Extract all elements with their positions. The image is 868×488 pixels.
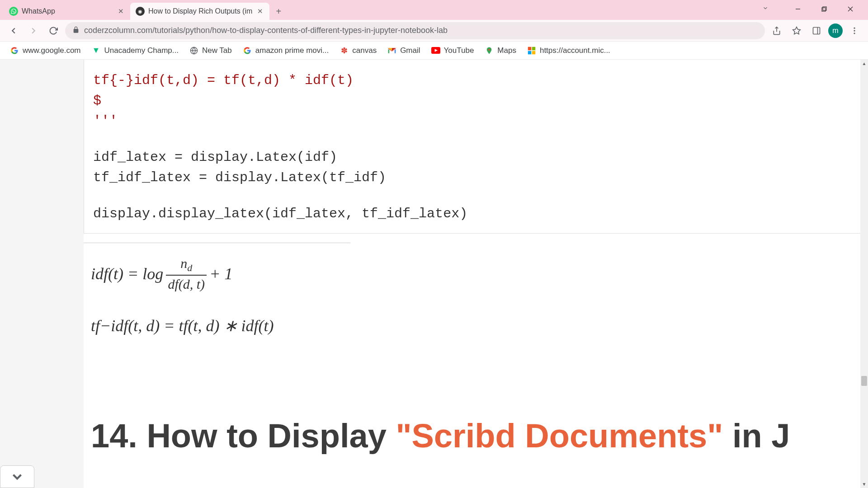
svg-marker-6 bbox=[793, 27, 801, 34]
maps-icon bbox=[485, 46, 494, 55]
globe-icon bbox=[189, 46, 198, 55]
site-icon: ◉ bbox=[136, 7, 145, 16]
profile-avatar[interactable]: m bbox=[828, 23, 843, 38]
svg-point-9 bbox=[854, 27, 855, 28]
browser-toolbar: coderzcolumn.com/tutorials/python/how-to… bbox=[0, 20, 868, 42]
reload-button[interactable] bbox=[45, 23, 61, 39]
page-content: tf{-}idf(t,d) = tf(t,d) * idf(t) $ ''' i… bbox=[0, 60, 868, 488]
maximize-button[interactable] bbox=[814, 2, 835, 16]
scroll-up-icon[interactable]: ▲ bbox=[860, 60, 868, 67]
svg-point-10 bbox=[854, 30, 855, 31]
whatsapp-icon bbox=[9, 7, 18, 16]
gmail-icon bbox=[387, 46, 396, 55]
tab-current-page[interactable]: ◉ How to Display Rich Outputs (im ✕ bbox=[130, 3, 269, 20]
youtube-icon bbox=[431, 46, 440, 55]
tab-strip: WhatsApp ✕ ◉ How to Display Rich Outputs… bbox=[4, 0, 762, 20]
code-line: $ bbox=[93, 91, 859, 111]
new-tab-button[interactable]: + bbox=[271, 4, 286, 19]
tab-title: How to Display Rich Outputs (im bbox=[148, 7, 252, 15]
bookmark-youtube[interactable]: YouTube bbox=[427, 43, 479, 58]
tab-title: WhatsApp bbox=[22, 7, 113, 15]
lock-icon bbox=[72, 26, 80, 35]
side-panel-icon[interactable] bbox=[808, 23, 825, 39]
formula-idf: idf(t) = log nd df(d, t) + 1 bbox=[84, 251, 350, 296]
toolbar-right: m bbox=[769, 23, 863, 39]
microsoft-icon bbox=[527, 46, 536, 55]
bookmark-unacademy[interactable]: ▼ Unacademy Champ... bbox=[87, 43, 183, 58]
minimize-button[interactable] bbox=[788, 2, 808, 16]
svg-rect-16 bbox=[528, 47, 532, 50]
share-icon[interactable] bbox=[769, 23, 785, 39]
svg-rect-1 bbox=[822, 8, 826, 11]
bookmarks-bar: www.google.com ▼ Unacademy Champ... New … bbox=[0, 42, 868, 60]
svg-rect-7 bbox=[813, 27, 820, 34]
expand-chevron-button[interactable] bbox=[0, 465, 34, 488]
bookmark-star-icon[interactable] bbox=[788, 23, 805, 39]
svg-rect-17 bbox=[532, 47, 536, 50]
bookmark-newtab[interactable]: New Tab bbox=[185, 43, 236, 58]
formula-tfidf: tf−idf(t, d) = tf(t, d) ∗ idf(t) bbox=[84, 312, 350, 340]
back-button[interactable] bbox=[5, 23, 22, 39]
code-line: ''' bbox=[93, 111, 859, 131]
bookmark-microsoft[interactable]: https://account.mic... bbox=[523, 43, 615, 58]
code-line: tf_idf_latex = display.Latex(tf_idf) bbox=[93, 168, 859, 188]
svg-rect-2 bbox=[823, 7, 826, 10]
google-icon bbox=[10, 46, 19, 55]
section-heading: 14. How to Display "Scribd Documents" in… bbox=[84, 417, 868, 455]
scroll-down-icon[interactable]: ▼ bbox=[860, 480, 868, 488]
vertical-scrollbar[interactable]: ▲ ▼ bbox=[860, 60, 868, 488]
tab-whatsapp[interactable]: WhatsApp ✕ bbox=[4, 3, 130, 20]
code-cell: tf{-}idf(t,d) = tf(t,d) * idf(t) $ ''' i… bbox=[84, 60, 868, 234]
menu-icon[interactable] bbox=[846, 23, 863, 39]
svg-point-15 bbox=[488, 48, 490, 50]
article-wrap: tf{-}idf(t,d) = tf(t,d) * idf(t) $ ''' i… bbox=[84, 60, 868, 488]
code-line: display.display_latex(idf_latex, tf_idf_… bbox=[93, 204, 859, 224]
window-controls bbox=[762, 2, 864, 20]
svg-rect-19 bbox=[532, 51, 536, 54]
bookmark-gmail[interactable]: Gmail bbox=[383, 43, 425, 58]
bookmark-maps[interactable]: Maps bbox=[480, 43, 521, 58]
bookmark-canvas[interactable]: ✽ canvas bbox=[335, 43, 381, 58]
close-icon[interactable]: ✕ bbox=[256, 7, 264, 15]
code-line: tf{-}idf(t,d) = tf(t,d) * idf(t) bbox=[93, 70, 859, 91]
svg-point-11 bbox=[854, 33, 855, 34]
google-icon bbox=[243, 46, 252, 55]
address-bar[interactable]: coderzcolumn.com/tutorials/python/how-to… bbox=[65, 22, 765, 39]
unacademy-icon: ▼ bbox=[92, 46, 101, 55]
close-window-button[interactable] bbox=[840, 2, 861, 16]
output-cell: idf(t) = log nd df(d, t) + 1 tf−idf(t, d… bbox=[84, 243, 350, 340]
scroll-thumb[interactable] bbox=[861, 376, 867, 386]
bookmark-amazon[interactable]: amazon prime movi... bbox=[238, 43, 334, 58]
canvas-icon: ✽ bbox=[340, 46, 349, 55]
url-text: coderzcolumn.com/tutorials/python/how-to… bbox=[84, 26, 758, 35]
forward-button[interactable] bbox=[25, 23, 42, 39]
close-icon[interactable]: ✕ bbox=[117, 7, 125, 15]
svg-rect-18 bbox=[528, 51, 532, 54]
chevron-down-icon[interactable] bbox=[762, 5, 769, 13]
bookmark-google[interactable]: www.google.com bbox=[5, 43, 85, 58]
browser-titlebar: WhatsApp ✕ ◉ How to Display Rich Outputs… bbox=[0, 0, 868, 20]
code-line: idf_latex = display.Latex(idf) bbox=[93, 147, 859, 168]
